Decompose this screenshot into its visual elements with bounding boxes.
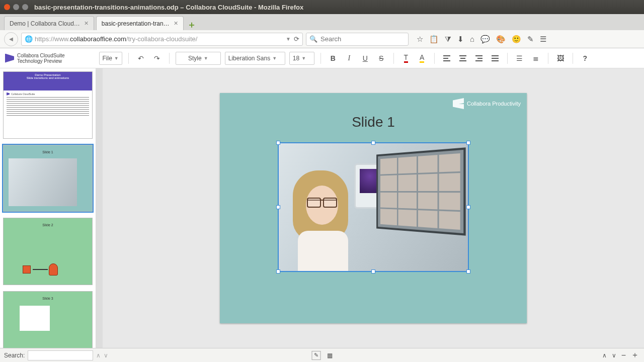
- new-tab-button[interactable]: ＋: [186, 19, 198, 30]
- home-icon[interactable]: ⌂: [470, 35, 474, 43]
- window-minimize-icon[interactable]: [13, 4, 19, 10]
- strike-button[interactable]: S: [375, 52, 387, 64]
- number-list-button[interactable]: ≣: [530, 52, 542, 64]
- slide-thumb-3[interactable]: Slide 2: [3, 218, 93, 285]
- app-toolbar: Collabora CloudSuite Technology Preview …: [0, 48, 644, 68]
- edit-mode-button[interactable]: ✎: [312, 351, 321, 360]
- brand-text: Collabora CloudSuite Technology Preview: [17, 53, 65, 64]
- wing-icon: [453, 98, 464, 109]
- search-input[interactable]: [320, 35, 405, 43]
- clipboard-icon[interactable]: 📋: [429, 35, 439, 44]
- browser-tab-presentation[interactable]: basic-presentation-tran… ✕: [96, 16, 184, 30]
- chat-icon[interactable]: 💬: [480, 35, 490, 44]
- resize-handle-e[interactable]: [466, 205, 470, 209]
- status-center: ✎ ▦: [312, 351, 333, 360]
- underline-button[interactable]: U: [359, 52, 371, 64]
- reload-icon[interactable]: ⟳: [294, 35, 299, 43]
- star-icon[interactable]: ☆: [417, 35, 423, 44]
- resize-handle-n[interactable]: [371, 141, 375, 145]
- separator: [507, 53, 508, 64]
- insert-image-button[interactable]: 🖼: [554, 52, 567, 64]
- resize-handle-ne[interactable]: [466, 141, 470, 145]
- slide-panel-scrollbar[interactable]: [96, 68, 103, 348]
- menu-icon[interactable]: ☰: [540, 35, 546, 44]
- status-bar: Search: ∧ ∨ ✎ ▦ ∧ ∨ − ＋: [0, 348, 644, 362]
- file-menu[interactable]: File▼: [99, 52, 122, 65]
- tab-close-icon[interactable]: ✕: [84, 20, 89, 27]
- slide-corner-logo: Collabora Productivity: [453, 98, 521, 109]
- url-dropdown-icon[interactable]: ▼: [286, 36, 291, 42]
- zoom-down-icon[interactable]: ∨: [612, 352, 616, 359]
- slide-title[interactable]: Slide 1: [220, 114, 527, 130]
- window-titlebar: basic-presentation-transitions-animation…: [0, 0, 644, 14]
- url-domain: collaboraoffice.com: [70, 35, 126, 43]
- window-title: basic-presentation-transitions-animation…: [34, 4, 303, 11]
- resize-handle-sw[interactable]: [276, 269, 280, 274]
- undo-button[interactable]: ↶: [135, 52, 147, 64]
- brand-logo-icon: [5, 54, 14, 63]
- search-prev-icon[interactable]: ∧: [96, 352, 101, 359]
- search-icon: 🔍: [309, 35, 317, 43]
- face-icon[interactable]: 🙂: [512, 35, 521, 44]
- resize-handle-w[interactable]: [276, 205, 280, 209]
- tab-label: Demo | Collabora Cloud…: [10, 20, 80, 27]
- separator: [128, 53, 129, 64]
- separator: [393, 53, 394, 64]
- zoom-in-icon[interactable]: ＋: [631, 350, 639, 360]
- align-justify-button[interactable]: [489, 52, 501, 64]
- back-button[interactable]: ◄: [4, 32, 18, 46]
- brand: Collabora CloudSuite Technology Preview: [5, 53, 65, 64]
- separator: [434, 53, 435, 64]
- image-content: [279, 143, 468, 271]
- align-right-button[interactable]: [473, 52, 485, 64]
- tool-icon[interactable]: ✎: [527, 35, 534, 44]
- resize-handle-se[interactable]: [466, 269, 470, 274]
- browser-tab-demo[interactable]: Demo | Collabora Cloud… ✕: [4, 16, 94, 30]
- bold-button[interactable]: B: [327, 52, 339, 64]
- slide-panel[interactable]: Demo Presentation Slide transitions and …: [0, 68, 96, 348]
- current-slide[interactable]: Collabora Productivity Slide 1: [220, 93, 527, 323]
- align-left-button[interactable]: [441, 52, 453, 64]
- globe-icon: 🌐: [25, 35, 33, 43]
- zoom-out-icon[interactable]: −: [621, 351, 626, 360]
- canvas-area[interactable]: Collabora Productivity Slide 1: [103, 68, 644, 348]
- status-right: ∧ ∨ − ＋: [602, 350, 639, 360]
- slide-thumb-1[interactable]: Demo Presentation Slide transitions and …: [3, 71, 93, 139]
- separator: [548, 53, 548, 64]
- url-path: /try-collabora-cloudsuite/: [126, 35, 198, 43]
- italic-button[interactable]: I: [343, 52, 355, 64]
- slide-thumb-4[interactable]: Slide 3: [3, 291, 93, 348]
- font-dropdown[interactable]: Liberation Sans▼: [225, 52, 285, 65]
- separator: [573, 53, 573, 64]
- download-icon[interactable]: ⬇: [457, 35, 464, 44]
- presentation-icon[interactable]: ▦: [327, 352, 333, 359]
- browser-navbar: ◄ 🌐 https://www.collaboraoffice.com/try-…: [0, 30, 644, 48]
- highlight-button[interactable]: A: [416, 52, 428, 64]
- search-next-icon[interactable]: ∨: [104, 352, 108, 359]
- separator: [169, 53, 170, 64]
- browser-search[interactable]: 🔍: [306, 33, 409, 46]
- paint-icon[interactable]: 🎨: [496, 35, 506, 44]
- status-search-input[interactable]: [28, 350, 93, 360]
- url-bar[interactable]: 🌐 https://www.collaboraoffice.com/try-co…: [21, 33, 303, 46]
- zoom-up-icon[interactable]: ∧: [602, 352, 607, 359]
- selected-image[interactable]: [278, 142, 469, 272]
- resize-handle-nw[interactable]: [276, 141, 280, 145]
- workspace: Demo Presentation Slide transitions and …: [0, 68, 644, 348]
- style-dropdown[interactable]: Style▼: [176, 52, 221, 65]
- resize-handle-s[interactable]: [371, 269, 375, 274]
- bullet-list-button[interactable]: ☰: [514, 52, 526, 64]
- align-center-button[interactable]: [457, 52, 469, 64]
- help-button[interactable]: ?: [579, 52, 591, 64]
- pocket-icon[interactable]: ⧩: [445, 35, 451, 44]
- fontsize-dropdown[interactable]: 18▼: [289, 52, 314, 65]
- browser-tabstrip: Demo | Collabora Cloud… ✕ basic-presenta…: [0, 14, 644, 30]
- redo-button[interactable]: ↷: [151, 52, 163, 64]
- navbar-icons: ☆ 📋 ⧩ ⬇ ⌂ 💬 🎨 🙂 ✎ ☰: [417, 35, 546, 44]
- tab-close-icon[interactable]: ✕: [174, 20, 178, 27]
- font-color-button[interactable]: T: [400, 52, 412, 64]
- window-maximize-icon[interactable]: [22, 4, 28, 10]
- slide-thumb-2[interactable]: Slide 1: [3, 145, 93, 212]
- window-close-icon[interactable]: [4, 4, 10, 10]
- separator: [320, 53, 321, 64]
